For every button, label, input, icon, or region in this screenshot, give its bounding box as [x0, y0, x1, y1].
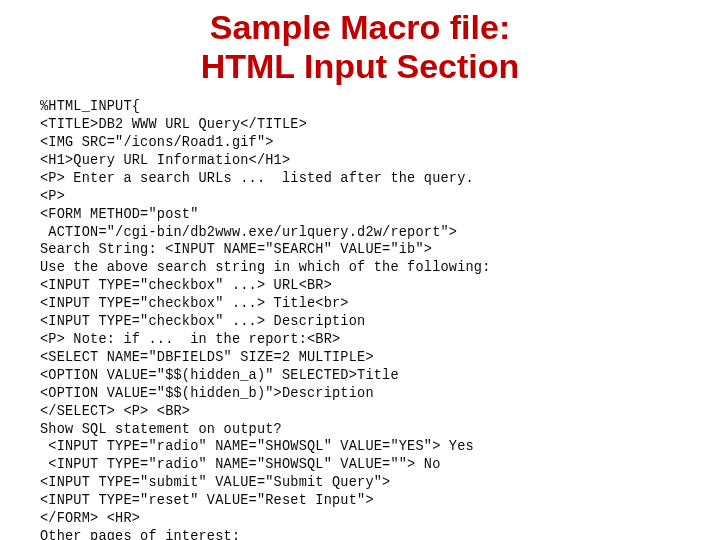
- title-line-2: HTML Input Section: [201, 47, 520, 85]
- code-block: %HTML_INPUT{ <TITLE>DB2 WWW URL Query</T…: [40, 98, 661, 540]
- slide: Sample Macro file: HTML Input Section %H…: [0, 0, 720, 540]
- slide-title: Sample Macro file: HTML Input Section: [40, 8, 680, 86]
- title-line-1: Sample Macro file:: [210, 8, 510, 46]
